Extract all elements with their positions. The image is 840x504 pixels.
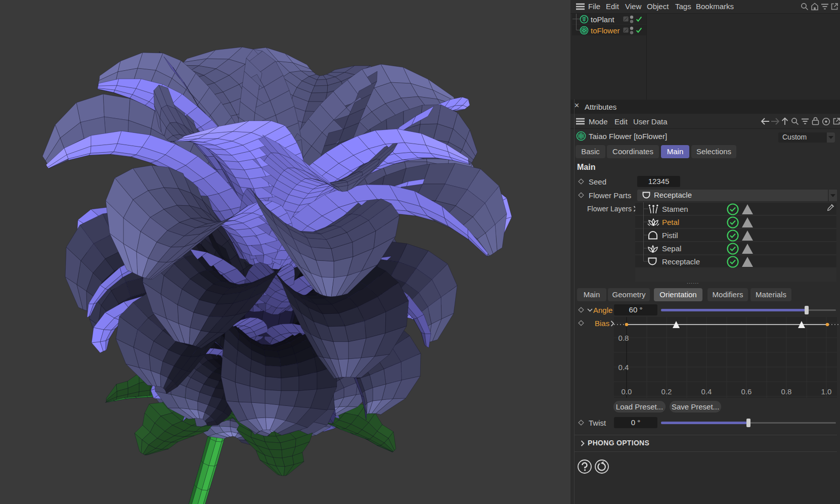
svg-text:0.0: 0.0 [622, 387, 632, 396]
svg-text:0.6: 0.6 [741, 387, 752, 396]
svg-text:0.8: 0.8 [781, 387, 792, 396]
svg-text:1.0: 1.0 [821, 387, 832, 396]
svg-text:0.4: 0.4 [618, 363, 629, 372]
svg-text:0.8: 0.8 [618, 334, 629, 342]
svg-text:0.4: 0.4 [701, 387, 712, 396]
svg-text:0.2: 0.2 [661, 387, 672, 396]
